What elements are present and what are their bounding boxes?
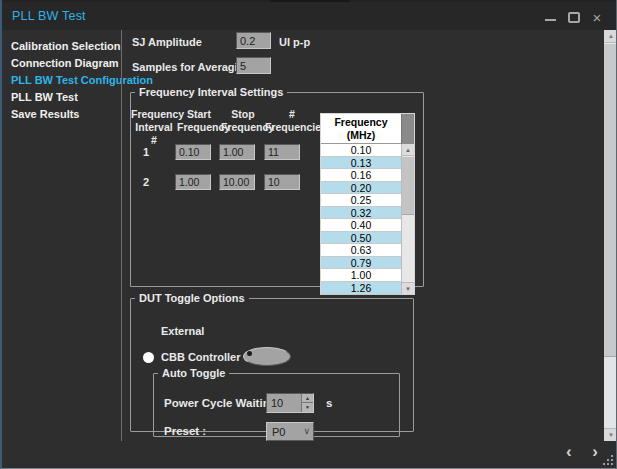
title-bar: PLL BW Test × bbox=[2, 2, 616, 30]
frequency-row[interactable]: 0.32 bbox=[321, 207, 401, 220]
dut-toggle-options-title: DUT Toggle Options bbox=[135, 292, 249, 304]
next-page-button[interactable]: › bbox=[592, 442, 598, 461]
chevron-down-icon: ∨ bbox=[303, 426, 310, 436]
frequency-row[interactable]: 0.63 bbox=[321, 244, 401, 257]
sidebar-item[interactable]: Save Results bbox=[2, 106, 121, 123]
frequency-table-corner bbox=[401, 114, 414, 144]
scroll-up-icon[interactable]: ▲ bbox=[402, 144, 414, 156]
column-header: StopFrequency bbox=[221, 108, 265, 134]
minimize-button[interactable] bbox=[542, 10, 560, 26]
frequency-interval-settings-title: Frequency Interval Settings bbox=[135, 86, 287, 98]
frequency-row[interactable]: 1.00 bbox=[321, 269, 401, 282]
sidebar-item[interactable]: PLL BW Test bbox=[2, 89, 121, 106]
spinner-arrows: ▲ ▼ bbox=[301, 394, 313, 412]
frequency-row[interactable]: 0.20 bbox=[321, 182, 401, 195]
frequency-interval-settings-group: Frequency Interval Settings FrequencyInt… bbox=[130, 86, 424, 287]
frequency-table-header-line2: (MHz) bbox=[321, 129, 401, 142]
auto-toggle-group: Auto Toggle Power Cycle Waiting : 10 ▲ ▼… bbox=[153, 367, 400, 437]
frequency-table: Frequency (MHz) 0.100.130.160.200.250.32… bbox=[320, 113, 415, 295]
samples-input[interactable] bbox=[236, 57, 271, 74]
interval-row: 2 bbox=[131, 174, 321, 191]
maximize-icon bbox=[568, 12, 580, 23]
sj-amplitude-input[interactable] bbox=[236, 32, 271, 49]
sidebar-item[interactable]: Calibration Selection bbox=[2, 38, 121, 55]
preset-dropdown[interactable]: P0 ∨ bbox=[266, 422, 314, 441]
spinner-down-icon[interactable]: ▼ bbox=[302, 403, 313, 412]
preset-label: Preset : bbox=[164, 425, 206, 437]
frequency-row[interactable]: 0.16 bbox=[321, 169, 401, 182]
radio-external-label[interactable]: External bbox=[161, 325, 204, 337]
stop-frequency-input[interactable] bbox=[219, 144, 255, 160]
stop-frequency-input[interactable] bbox=[219, 174, 255, 190]
sidebar-divider bbox=[121, 30, 122, 441]
radio-external[interactable] bbox=[243, 347, 291, 366]
num-frequencies-input[interactable] bbox=[264, 174, 300, 190]
maximize-button[interactable] bbox=[565, 10, 583, 26]
start-frequency-input[interactable] bbox=[175, 174, 211, 190]
start-frequency-input[interactable] bbox=[175, 144, 211, 160]
sj-amplitude-unit: UI p-p bbox=[279, 36, 310, 48]
interval-row: 1 bbox=[131, 144, 321, 161]
power-cycle-waiting-spinner[interactable]: 10 ▲ ▼ bbox=[266, 393, 314, 413]
frequency-row[interactable]: 0.10 bbox=[321, 144, 401, 157]
content-scrollbar[interactable]: ▲ ▼ bbox=[604, 30, 617, 441]
footer-navigation: ‹ › bbox=[550, 442, 598, 462]
spinner-up-icon[interactable]: ▲ bbox=[302, 394, 313, 403]
scroll-down-icon[interactable]: ▼ bbox=[604, 428, 617, 441]
radio-cbb-controller[interactable] bbox=[143, 352, 154, 363]
frequency-table-header: Frequency (MHz) bbox=[321, 114, 401, 144]
frequency-table-header-line1: Frequency bbox=[321, 116, 401, 129]
frequency-table-scrollbar[interactable]: ▲ ▼ bbox=[401, 144, 414, 294]
frequency-row[interactable]: 0.79 bbox=[321, 257, 401, 270]
preset-value: P0 bbox=[272, 426, 285, 438]
app-window: PLL BW Test × Calibration SelectionConne… bbox=[0, 0, 617, 469]
power-cycle-waiting-unit: s bbox=[326, 397, 332, 409]
column-header: #Frequencies bbox=[265, 108, 319, 134]
auto-toggle-title: Auto Toggle bbox=[158, 367, 229, 379]
interval-number: 2 bbox=[143, 176, 149, 188]
frequency-row[interactable]: 0.40 bbox=[321, 219, 401, 232]
power-cycle-waiting-value: 10 bbox=[271, 397, 283, 409]
dut-toggle-options-group: DUT Toggle Options External CBB Controll… bbox=[130, 292, 414, 432]
radio-cbb-controller-label[interactable]: CBB Controller bbox=[161, 351, 240, 363]
column-header: FrequencyInterval # bbox=[131, 108, 177, 147]
interval-column-headers: FrequencyInterval #StartFrequencyStopFre… bbox=[131, 108, 321, 136]
interval-number: 1 bbox=[143, 146, 149, 158]
frequency-row[interactable]: 0.50 bbox=[321, 232, 401, 245]
scrollbar-thumb[interactable] bbox=[402, 157, 414, 215]
prev-page-button[interactable]: ‹ bbox=[566, 442, 572, 461]
minimize-icon bbox=[545, 19, 556, 21]
frequency-row[interactable]: 0.13 bbox=[321, 157, 401, 170]
sj-amplitude-label: SJ Amplitude bbox=[132, 36, 202, 48]
scrollbar-thumb[interactable] bbox=[604, 44, 617, 357]
samples-label: Samples for Averaging bbox=[132, 61, 251, 73]
sidebar-item[interactable]: Connection Diagram bbox=[2, 55, 121, 72]
num-frequencies-input[interactable] bbox=[264, 144, 300, 160]
resize-grip-icon[interactable] bbox=[611, 463, 613, 465]
scroll-up-icon[interactable]: ▲ bbox=[604, 30, 617, 43]
frequency-row[interactable]: 0.25 bbox=[321, 194, 401, 207]
column-header: StartFrequency bbox=[177, 108, 221, 134]
frequency-table-body: 0.100.130.160.200.250.320.400.500.630.79… bbox=[321, 144, 401, 294]
sidebar-item[interactable]: PLL BW Test Configuration bbox=[2, 72, 121, 89]
close-button[interactable]: × bbox=[588, 10, 606, 26]
sidebar: Calibration SelectionConnection DiagramP… bbox=[2, 30, 121, 440]
window-title: PLL BW Test bbox=[12, 9, 86, 23]
